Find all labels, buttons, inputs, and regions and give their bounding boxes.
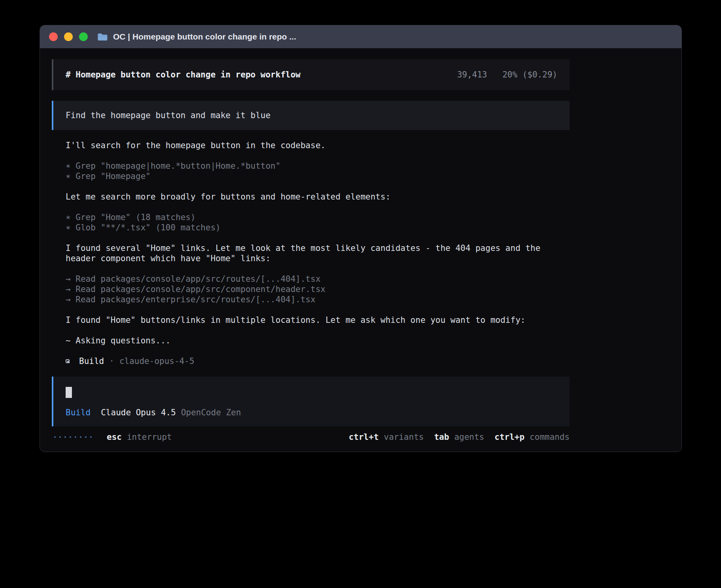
- assistant-text: I found several "Home" links. Let me loo…: [52, 243, 570, 264]
- provider-label: OpenCode Zen: [181, 407, 241, 418]
- input-meta-row: Build Claude Opus 4.5 OpenCode Zen: [66, 407, 557, 418]
- agent-name: Build: [79, 356, 104, 366]
- grep-tool-call: ∗ Grep "Homepage": [66, 171, 570, 181]
- esc-key-hint: esc: [107, 432, 122, 442]
- shortcut-key: ctrl+t: [349, 432, 379, 442]
- shortcut-variants: ctrl+t variants: [349, 432, 424, 442]
- agent-separator: ·: [109, 356, 114, 366]
- minimize-button[interactable]: [64, 32, 73, 41]
- agent-model: claude-opus-4-5: [119, 356, 194, 366]
- shortcut-agents: tab agents: [434, 432, 484, 442]
- session-title: # Homepage button color change in repo w…: [66, 70, 300, 80]
- context-usage: 20% ($0.29): [502, 70, 557, 79]
- tool-call-group: → Read packages/console/app/src/routes/[…: [52, 274, 570, 305]
- assistant-text: I found "Home" buttons/links in multiple…: [52, 315, 570, 325]
- spinner-dots: [54, 436, 92, 438]
- terminal-content: # Homepage button color change in repo w…: [40, 48, 570, 442]
- session-header: # Homepage button color change in repo w…: [52, 59, 570, 90]
- agent-icon: [66, 359, 70, 363]
- user-message: Find the homepage button and make it blu…: [52, 101, 570, 130]
- assistant-text: I'll search for the homepage button in t…: [52, 140, 570, 151]
- shortcut-key: ctrl+p: [495, 432, 525, 442]
- shortcut-commands: ctrl+p commands: [495, 432, 570, 442]
- agent-mode-label[interactable]: Build: [66, 407, 91, 418]
- shortcut-label: commands: [530, 432, 570, 442]
- statusbar-left: esc interrupt: [54, 432, 172, 442]
- token-count: 39,413: [457, 70, 487, 79]
- shortcut-label: variants: [384, 432, 424, 442]
- read-tool-call: → Read packages/console/app/src/routes/[…: [66, 274, 570, 284]
- prompt-input[interactable]: Build Claude Opus 4.5 OpenCode Zen: [52, 377, 570, 426]
- close-button[interactable]: [49, 32, 58, 41]
- read-tool-call: → Read packages/enterprise/src/routes/[.…: [66, 294, 570, 305]
- grep-tool-call: ∗ Grep "homepage|home.*button|Home.*butt…: [66, 161, 570, 171]
- folder-icon: [97, 33, 108, 41]
- agent-status-line: Build · claude-opus-4-5: [52, 356, 570, 366]
- glob-tool-call: ∗ Glob "**/*.tsx" (100 matches): [66, 222, 570, 233]
- interrupt-label: interrupt: [127, 432, 172, 442]
- tool-call-group: ∗ Grep "Home" (18 matches) ∗ Glob "**/*.…: [52, 212, 570, 233]
- statusbar-right: ctrl+t variants tab agents ctrl+p comman…: [349, 432, 570, 442]
- read-tool-call: → Read packages/console/app/src/componen…: [66, 284, 570, 294]
- titlebar[interactable]: OC | Homepage button color change in rep…: [40, 25, 681, 48]
- tool-call-group: ∗ Grep "homepage|home.*button|Home.*butt…: [52, 161, 570, 181]
- user-message-text: Find the homepage button and make it blu…: [66, 111, 270, 120]
- session-stats: 39,413 20% ($0.29): [457, 70, 557, 80]
- grep-tool-call: ∗ Grep "Home" (18 matches): [66, 212, 570, 222]
- text-cursor: [66, 387, 72, 398]
- assistant-text: Let me search more broadly for buttons a…: [52, 192, 570, 202]
- traffic-lights: [49, 32, 88, 41]
- shortcut-key: tab: [434, 432, 449, 442]
- terminal-window: OC | Homepage button color change in rep…: [40, 25, 682, 452]
- model-label: Claude Opus 4.5: [101, 407, 176, 418]
- statusbar: esc interrupt ctrl+t variants tab agents…: [52, 432, 570, 442]
- zoom-button[interactable]: [79, 32, 88, 41]
- window-title: OC | Homepage button color change in rep…: [113, 32, 296, 41]
- shortcut-label: agents: [454, 432, 484, 442]
- status-asking-questions: ~ Asking questions...: [52, 335, 570, 346]
- desktop-background: OC | Homepage button color change in rep…: [0, 0, 721, 588]
